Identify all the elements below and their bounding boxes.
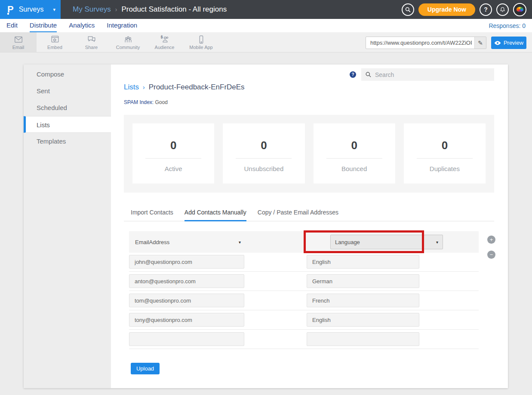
stat-label: Active <box>165 165 182 172</box>
language-input[interactable] <box>307 313 419 327</box>
email-sidebar: Compose Sent Scheduled Lists Templates <box>24 64 111 388</box>
edit-url-button[interactable]: ✎ <box>474 37 486 49</box>
tab-import-contacts[interactable]: Import Contacts <box>131 205 173 221</box>
email-input[interactable] <box>129 313 244 327</box>
email-input[interactable] <box>129 255 244 269</box>
responses-count[interactable]: Responses: 0 <box>489 19 526 32</box>
tab-add-contacts-manually[interactable]: Add Contacts Manually <box>185 205 246 221</box>
language-input[interactable] <box>307 255 419 269</box>
sidebar-item-sent[interactable]: Sent <box>24 83 111 99</box>
email-input[interactable] <box>129 294 244 307</box>
channel-label: Share <box>85 45 98 50</box>
sidebar-item-scheduled[interactable]: Scheduled <box>24 99 111 116</box>
header-actions: Upgrade Now ? <box>402 3 532 16</box>
preview-button[interactable]: Preview <box>491 37 526 49</box>
sidebar-item-lists[interactable]: Lists <box>24 116 111 133</box>
survey-nav: Edit Distribute Analytics Integration Re… <box>0 19 532 32</box>
stat-value: 0 <box>261 139 267 152</box>
contact-row <box>129 272 479 291</box>
email-column-value: EmailAddress <box>135 239 169 245</box>
stat-card-bounced: 0 Bounced <box>314 123 395 184</box>
user-avatar[interactable] <box>513 3 526 16</box>
stat-value: 0 <box>351 139 357 152</box>
question-icon: ? <box>484 6 488 13</box>
tab-distribute[interactable]: Distribute <box>30 19 57 32</box>
email-input[interactable] <box>129 274 244 288</box>
mobile-phone-icon <box>196 35 206 44</box>
envelope-icon <box>13 35 24 44</box>
channel-label: Mobile App <box>189 45 212 50</box>
question-icon: ? <box>351 72 354 77</box>
tab-analytics[interactable]: Analytics <box>69 19 95 32</box>
breadcrumb-my-surveys[interactable]: My Surveys <box>73 5 111 14</box>
upload-button[interactable]: Upload <box>131 363 160 374</box>
stat-label: Duplicates <box>430 165 460 172</box>
stat-label: Unsubscribed <box>244 165 284 172</box>
product-menu[interactable]: P Surveys ▾ <box>0 0 61 19</box>
language-input[interactable] <box>307 274 419 288</box>
pencil-icon: ✎ <box>478 40 483 46</box>
add-row-button[interactable]: + <box>487 236 495 244</box>
survey-title: Product Satisfaction - All regions <box>121 5 227 14</box>
contact-row <box>129 310 479 330</box>
notifications-button[interactable] <box>496 3 509 16</box>
list-help-button[interactable]: ? <box>350 71 356 78</box>
email-input[interactable] <box>129 332 244 346</box>
channel-label: Email <box>12 45 25 50</box>
breadcrumb-lists-link[interactable]: Lists <box>124 83 139 92</box>
chevron-down-icon: ▾ <box>239 240 241 245</box>
channel-share[interactable]: Share <box>73 32 110 52</box>
chevron-right-icon: › <box>143 84 145 91</box>
survey-url-field: ✎ <box>366 37 486 49</box>
language-column-value: Language <box>335 239 360 245</box>
list-stats: 0 Active 0 Unsubscribed 0 Bounced 0 Dupl… <box>124 115 494 193</box>
product-menu-label: Surveys <box>19 6 44 13</box>
contact-row <box>129 291 479 310</box>
global-search-button[interactable] <box>402 3 414 16</box>
sidebar-item-templates[interactable]: Templates <box>24 133 111 150</box>
list-breadcrumb: Lists › Product-Feedback-EnFrDeEs <box>124 83 245 92</box>
language-input[interactable] <box>307 294 419 307</box>
stat-card-active: 0 Active <box>132 123 214 184</box>
questionpro-logo-icon: P <box>7 5 14 14</box>
upgrade-now-button[interactable]: Upgrade Now <box>418 3 475 16</box>
paid-audience-icon: $ <box>160 35 170 44</box>
survey-url-input[interactable] <box>366 40 474 46</box>
divider <box>326 158 382 159</box>
channel-community[interactable]: Community <box>110 32 146 52</box>
language-input[interactable] <box>307 332 419 346</box>
tab-integration[interactable]: Integration <box>107 19 137 32</box>
list-search-input[interactable] <box>375 71 490 78</box>
help-button[interactable]: ? <box>480 3 492 16</box>
channel-audience[interactable]: $ Audience <box>146 32 183 52</box>
tab-copy-paste-email-addresses[interactable]: Copy / Paste Email Addresses <box>258 205 338 221</box>
search-icon <box>405 6 411 13</box>
list-search <box>361 68 494 81</box>
people-icon <box>123 35 133 44</box>
channel-mobile-app[interactable]: Mobile App <box>183 32 219 52</box>
email-distribution-panel: Compose Sent Scheduled Lists Templates ?… <box>24 64 508 388</box>
divider <box>417 158 473 159</box>
contact-tabs: Import Contacts Add Contacts Manually Co… <box>124 205 494 221</box>
stat-value: 0 <box>442 139 448 152</box>
channel-email[interactable]: Email <box>0 32 37 52</box>
language-column-select[interactable]: Language ▾ <box>330 235 443 249</box>
stat-card-unsubscribed: 0 Unsubscribed <box>223 123 304 184</box>
contact-row <box>129 252 479 272</box>
channel-embed[interactable]: Embed <box>37 32 73 52</box>
spam-index-value: Good <box>154 99 168 105</box>
stat-value: 0 <box>170 139 176 152</box>
breadcrumb: My Surveys › Product Satisfaction - All … <box>73 5 227 14</box>
column-mapping-row: EmailAddress ▾ Language ▾ <box>129 231 479 253</box>
email-column-select[interactable]: EmailAddress ▾ <box>135 231 241 253</box>
sidebar-item-compose[interactable]: Compose <box>24 66 111 83</box>
list-name: Product-Feedback-EnFrDeEs <box>149 83 245 92</box>
preview-label: Preview <box>504 40 523 46</box>
spam-index: SPAM Index: Good <box>124 99 168 105</box>
tab-edit[interactable]: Edit <box>6 19 18 32</box>
stat-card-duplicates: 0 Duplicates <box>404 123 486 184</box>
remove-row-button[interactable]: − <box>487 251 495 259</box>
channel-label: Audience <box>155 45 175 50</box>
divider <box>145 158 201 159</box>
contact-row <box>129 330 479 349</box>
